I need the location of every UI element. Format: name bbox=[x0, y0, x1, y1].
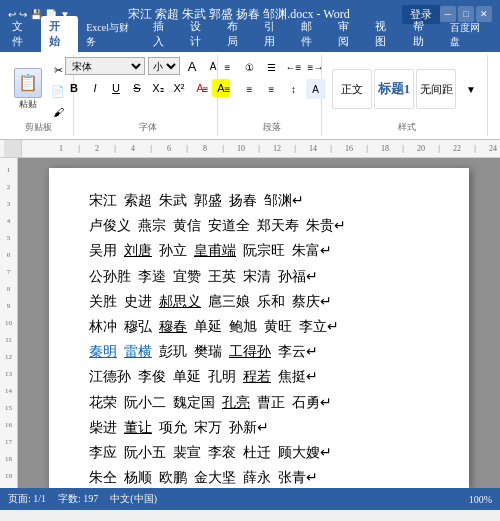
style-normal[interactable]: 正文 bbox=[332, 69, 372, 109]
numbering-button[interactable]: ① bbox=[240, 57, 260, 77]
v-ruler-mark: 6 bbox=[0, 247, 17, 264]
paragraph-group: ≡ ① ☰ ←≡ ≡→ ≡ ≡ ≡ ≡ ↕ A □ 段落 bbox=[222, 55, 322, 136]
paste-button[interactable]: 📋 粘贴 bbox=[10, 66, 46, 113]
page-count: 页面: 1/1 bbox=[8, 492, 46, 506]
tab-insert[interactable]: 插入 bbox=[145, 16, 182, 52]
ruler-mark: | bbox=[394, 144, 412, 153]
ruler-mark: 16 bbox=[340, 144, 358, 153]
shading-button[interactable]: A bbox=[306, 79, 326, 99]
v-ruler-mark: 17 bbox=[0, 434, 17, 451]
doc-line-6[interactable]: 林冲 穆弘 穆春 单延 鲍旭 黄旺 李立↵ bbox=[89, 314, 429, 339]
bold-button[interactable]: B bbox=[65, 79, 83, 97]
indent-decrease-button[interactable]: ←≡ bbox=[284, 57, 304, 77]
v-ruler-mark: 7 bbox=[0, 264, 17, 281]
ruler-mark: 24 bbox=[484, 144, 500, 153]
v-ruler-mark: 9 bbox=[0, 298, 17, 315]
page-container[interactable]: 宋江 索超 朱武 郭盛 扬春 邹渊↵ 卢俊义 燕宗 黄信 安道全 郑天寿 朱贵↵… bbox=[18, 158, 500, 488]
ruler-mark: 12 bbox=[268, 144, 286, 153]
v-ruler-mark: 16 bbox=[0, 417, 17, 434]
tab-ref[interactable]: 引用 bbox=[256, 16, 293, 52]
ruler-mark: | bbox=[214, 144, 232, 153]
ruler-mark: | bbox=[250, 144, 268, 153]
v-ruler-mark: 4 bbox=[0, 213, 17, 230]
ruler-mark: 10 bbox=[232, 144, 250, 153]
multilevel-button[interactable]: ☰ bbox=[262, 57, 282, 77]
paste-icon: 📋 bbox=[14, 68, 42, 98]
ruler-mark: | bbox=[178, 144, 196, 153]
ruler-mark: 2 bbox=[88, 144, 106, 153]
styles-group: 正文 标题1 无间距 ▼ 样式 bbox=[326, 55, 488, 136]
strikethrough-button[interactable]: S bbox=[128, 79, 146, 97]
doc-line-5[interactable]: 关胜 史进 郝思义 扈三娘 乐和 蔡庆↵ bbox=[89, 289, 429, 314]
font-size-select[interactable]: 小四 bbox=[148, 57, 180, 75]
underline-button[interactable]: U bbox=[107, 79, 125, 97]
v-ruler-mark: 8 bbox=[0, 281, 17, 298]
styles-more-button[interactable]: ▼ bbox=[461, 79, 481, 99]
word-count: 字数: 197 bbox=[58, 492, 98, 506]
ruler-mark: | bbox=[358, 144, 376, 153]
v-ruler-mark: 13 bbox=[0, 366, 17, 383]
tab-view[interactable]: 视图 bbox=[367, 16, 404, 52]
link-span: 秦明 bbox=[89, 344, 117, 359]
ruler-mark: | bbox=[466, 144, 484, 153]
line-spacing-button[interactable]: ↕ bbox=[284, 79, 304, 99]
subscript-button[interactable]: X₂ bbox=[149, 79, 167, 97]
tab-review[interactable]: 审阅 bbox=[330, 16, 367, 52]
v-ruler-mark: 1 bbox=[0, 162, 17, 179]
align-center-button[interactable]: ≡ bbox=[218, 79, 238, 99]
doc-line-10[interactable]: 柴进 董让 项允 宋万 孙新↵ bbox=[89, 415, 429, 440]
italic-button[interactable]: I bbox=[86, 79, 104, 97]
v-ruler-mark: 5 bbox=[0, 230, 17, 247]
doc-line-8[interactable]: 江德孙 李俊 单延 孔明 程若 焦挺↵ bbox=[89, 364, 429, 389]
document-page[interactable]: 宋江 索超 朱武 郭盛 扬春 邹渊↵ 卢俊义 燕宗 黄信 安道全 郑天寿 朱贵↵… bbox=[49, 168, 469, 488]
tab-help[interactable]: 帮助 bbox=[405, 16, 442, 52]
ruler-mark: | bbox=[286, 144, 304, 153]
v-ruler-mark: 18 bbox=[0, 451, 17, 468]
paste-label: 粘贴 bbox=[19, 98, 37, 111]
ruler-mark: 22 bbox=[448, 144, 466, 153]
ruler-numbers: 1 | 2 | 4 | 6 | 8 | 10 | 12 | 14 | 16 | … bbox=[40, 140, 500, 157]
superscript-button[interactable]: X² bbox=[170, 79, 188, 97]
doc-line-1[interactable]: 宋江 索超 朱武 郭盛 扬春 邹渊↵ bbox=[89, 188, 429, 213]
justify-button[interactable]: ≡ bbox=[262, 79, 282, 99]
tab-excel[interactable]: Excel与财务 bbox=[78, 18, 145, 52]
tab-baidu[interactable]: 百度网盘 bbox=[442, 18, 496, 52]
document-area: 1 2 3 4 5 6 7 8 9 10 11 12 13 14 15 16 1… bbox=[0, 158, 500, 488]
horizontal-ruler: 1 | 2 | 4 | 6 | 8 | 10 | 12 | 14 | 16 | … bbox=[0, 140, 500, 158]
align-right-button[interactable]: ≡ bbox=[240, 79, 260, 99]
zoom-level[interactable]: 100% bbox=[469, 494, 492, 505]
align-left-button[interactable]: ≡ bbox=[196, 79, 216, 99]
v-ruler-mark: 19 bbox=[0, 468, 17, 485]
doc-line-2[interactable]: 卢俊义 燕宗 黄信 安道全 郑天寿 朱贵↵ bbox=[89, 213, 429, 238]
tab-home[interactable]: 开始 bbox=[41, 16, 78, 52]
doc-line-7[interactable]: 秦明 雷横 彭玑 樊瑞 工得孙 李云↵ bbox=[89, 339, 429, 364]
status-bar: 页面: 1/1 字数: 197 中文(中国) 100% bbox=[0, 488, 500, 510]
v-ruler-mark: 10 bbox=[0, 315, 17, 332]
styles-content: 正文 标题1 无间距 ▼ bbox=[332, 57, 481, 121]
link-span: 雷横 bbox=[124, 344, 152, 359]
tab-file[interactable]: 文件 bbox=[4, 16, 41, 52]
indent-increase-button[interactable]: ≡→ bbox=[306, 57, 326, 77]
edit-group: 🔍 查找 🔄 替换 编辑 bbox=[492, 55, 500, 136]
bullets-button[interactable]: ≡ bbox=[218, 57, 238, 77]
underline-span: 郝思义 bbox=[159, 294, 201, 309]
style-heading1[interactable]: 标题1 bbox=[374, 69, 414, 109]
font-name-select[interactable]: 宋体 bbox=[65, 57, 145, 75]
style-nospace[interactable]: 无间距 bbox=[416, 69, 456, 109]
v-ruler-mark: 12 bbox=[0, 349, 17, 366]
clipboard-group: 📋 粘贴 ✂ 📄 🖌 剪贴板 bbox=[4, 55, 74, 136]
doc-line-4[interactable]: 公孙胜 李逵 宜赞 王英 宋清 孙福↵ bbox=[89, 264, 429, 289]
underline-span: 工得孙 bbox=[229, 344, 271, 359]
underline-span: 皇甫端 bbox=[194, 243, 236, 258]
paragraph-label: 段落 bbox=[263, 121, 281, 134]
vertical-ruler: 1 2 3 4 5 6 7 8 9 10 11 12 13 14 15 16 1… bbox=[0, 158, 18, 488]
doc-line-12[interactable]: 朱仝 杨顺 欧鹏 金大坚 薛永 张青↵ bbox=[89, 465, 429, 488]
doc-line-9[interactable]: 花荣 阮小二 魏定国 孔亮 曹正 石勇↵ bbox=[89, 390, 429, 415]
doc-line-11[interactable]: 李应 阮小五 裴宣 李衮 杜迁 顾大嫂↵ bbox=[89, 440, 429, 465]
tab-layout[interactable]: 布局 bbox=[219, 16, 256, 52]
doc-line-3[interactable]: 吴用 刘唐 孙立 皇甫端 阮宗旺 朱富↵ bbox=[89, 238, 429, 263]
tab-mail[interactable]: 邮件 bbox=[293, 16, 330, 52]
ruler-mark: 14 bbox=[304, 144, 322, 153]
ruler-mark: | bbox=[322, 144, 340, 153]
tab-design[interactable]: 设计 bbox=[182, 16, 219, 52]
